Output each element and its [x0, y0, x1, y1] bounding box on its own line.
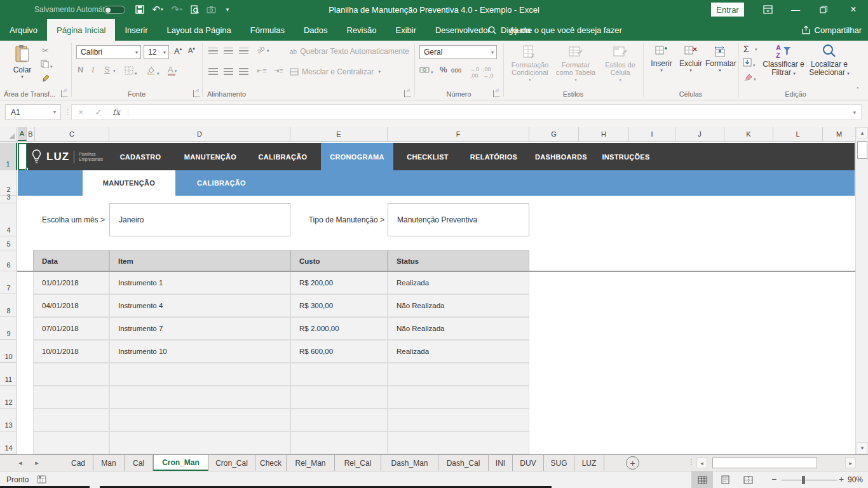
row-header-2[interactable]: 2 — [0, 170, 17, 196]
sheet-tab-man[interactable]: Man — [93, 455, 125, 471]
subtab-calibracao[interactable]: CALIBRAÇÃO — [175, 170, 268, 196]
cell-styles-button[interactable]: Estilos de Célula ▾ — [600, 44, 641, 84]
sheet-tab-dash-man[interactable]: Dash_Man — [381, 455, 438, 471]
format-as-table-button[interactable]: Formatar como Tabela ▾ — [554, 44, 597, 84]
hscroll-left-icon[interactable]: ◂ — [696, 458, 707, 468]
zoom-slider-track[interactable] — [782, 480, 837, 480]
sort-filter-button[interactable]: AZ Classificar e Filtrar ▾ — [763, 43, 804, 78]
column-header-b[interactable]: B — [27, 127, 35, 141]
column-header-f[interactable]: F — [388, 127, 529, 141]
sheet-tab-dash-cal[interactable]: Dash_Cal — [438, 455, 489, 471]
row-header-12[interactable]: 12 — [0, 386, 17, 409]
column-header-d[interactable]: D — [109, 127, 290, 141]
nav-item-manutencao[interactable]: MANUTENÇÃO — [175, 143, 246, 170]
cell-status[interactable]: Realizada — [388, 340, 529, 363]
number-dialog-launcher[interactable] — [493, 90, 500, 97]
decrease-font-icon[interactable]: A▾ — [188, 46, 195, 54]
cell-item[interactable]: Instrumento 1 — [109, 271, 290, 294]
sheet-tab-cal[interactable]: Cal — [125, 455, 153, 471]
cell-data[interactable]: 01/01/2018 — [33, 271, 109, 294]
cell-custo[interactable]: R$ 300,00 — [290, 294, 388, 317]
column-header-h[interactable]: H — [579, 127, 629, 141]
camera-icon[interactable] — [203, 1, 219, 18]
cell-item[interactable]: Instrumento 7 — [109, 317, 290, 340]
align-left-icon[interactable] — [208, 68, 218, 75]
page-layout-view-icon[interactable] — [714, 471, 736, 488]
active-cell-a1[interactable] — [18, 143, 27, 170]
tab-pagina-inicial[interactable]: Página Inicial — [47, 19, 115, 41]
name-box[interactable]: A1 ▾ — [5, 104, 61, 120]
nav-item-calibracao[interactable]: CALIBRAÇÃO — [251, 143, 315, 170]
cell-data[interactable]: 07/01/2018 — [33, 317, 109, 340]
tab-exibir[interactable]: Exibir — [386, 19, 426, 41]
currency-icon[interactable]: ▾ — [419, 66, 433, 76]
nav-item-relatorios[interactable]: RELATÓRIOS — [462, 143, 526, 170]
percent-icon[interactable]: % — [440, 65, 447, 74]
clipboard-dialog-launcher[interactable] — [61, 90, 68, 97]
cell-status[interactable]: Não Realizada — [388, 294, 529, 317]
share-button[interactable]: Compartilhar — [801, 19, 862, 41]
paste-button[interactable]: Colar ▾ — [8, 44, 37, 86]
font-size-combo[interactable]: 12▾ — [144, 45, 169, 59]
increase-decimal-icon[interactable]: ←0,00 — [470, 66, 479, 79]
row-header-5[interactable]: 5 — [0, 236, 17, 250]
column-header-m[interactable]: M — [823, 127, 855, 141]
alignment-dialog-launcher[interactable] — [404, 90, 411, 97]
tab-arquivo[interactable]: Arquivo — [0, 19, 47, 41]
tab-inserir[interactable]: Inserir — [115, 19, 157, 41]
align-bottom-icon[interactable] — [239, 48, 248, 55]
row-header-3[interactable]: 3 — [0, 196, 17, 203]
zoom-slider-thumb[interactable] — [802, 476, 805, 484]
tab-splitter-handle[interactable]: ⋮ — [688, 458, 696, 466]
sheet-nav-right-icon[interactable]: ▸ — [29, 455, 44, 471]
row-header-6[interactable]: 6 — [0, 250, 17, 271]
cancel-icon[interactable]: × — [72, 107, 90, 117]
decrease-decimal-icon[interactable]: ,00→,0 — [483, 66, 494, 79]
type-filter-value[interactable]: Manutenção Preventiva — [388, 203, 529, 236]
bold-button[interactable]: N — [78, 65, 83, 74]
select-all-corner[interactable] — [0, 127, 17, 141]
sign-in-button[interactable]: Entrar — [711, 3, 744, 17]
merge-center-button[interactable]: Mesclar e Centralizar▾ — [290, 67, 381, 76]
thousands-icon[interactable]: 000 — [451, 67, 462, 74]
row-header-8[interactable]: 8 — [0, 294, 17, 317]
scroll-up-icon[interactable]: ▲ — [857, 127, 868, 139]
column-header-e[interactable]: E — [290, 127, 388, 141]
column-header-c[interactable]: C — [35, 127, 109, 141]
cell-item[interactable]: Instrumento 4 — [109, 294, 290, 317]
sheet-tab-sug[interactable]: SUG — [544, 455, 574, 471]
vertical-scroll-thumb[interactable] — [857, 141, 867, 159]
minimize-icon[interactable]: — — [782, 0, 810, 19]
sheet-tab-cron-man[interactable]: Cron_Man — [153, 455, 208, 471]
fill-color-icon[interactable]: ▾ — [146, 66, 159, 77]
undo-icon[interactable]: ↶▾ — [148, 1, 167, 18]
clear-eraser-icon[interactable]: ▾ — [743, 72, 756, 83]
tab-formulas[interactable]: Fórmulas — [241, 19, 294, 41]
nav-item-dashboards[interactable]: DASHBOARDS — [529, 143, 593, 170]
number-format-combo[interactable]: Geral▾ — [419, 45, 497, 59]
qat-customize-icon[interactable]: ▾ — [219, 1, 236, 18]
redo-icon[interactable]: ↷▾ — [167, 1, 186, 18]
nav-item-checklist[interactable]: CHECKLIST — [398, 143, 457, 170]
increase-font-icon[interactable]: A▴ — [174, 46, 182, 56]
zoom-level[interactable]: 90% — [848, 475, 863, 484]
enter-check-icon[interactable]: ✓ — [90, 107, 107, 117]
nav-item-cadastro[interactable]: CADASTRO — [110, 143, 171, 170]
column-header-l[interactable]: L — [773, 127, 823, 141]
row-header-9[interactable]: 9 — [0, 317, 17, 340]
month-filter-value[interactable]: Janeiro — [109, 203, 290, 236]
zoom-in-icon[interactable]: + — [839, 474, 844, 484]
cell-custo[interactable]: R$ 200,00 — [290, 271, 388, 294]
row-header-10[interactable]: 10 — [0, 340, 17, 363]
macro-record-icon[interactable] — [37, 475, 47, 486]
decrease-indent-icon[interactable]: ⇤≡ — [257, 67, 267, 75]
column-header-k[interactable]: K — [724, 127, 773, 141]
sheet-tab-rel-man[interactable]: Rel_Man — [287, 455, 335, 471]
row-header-7[interactable]: 7 — [0, 271, 17, 294]
save-icon[interactable] — [132, 1, 148, 18]
new-sheet-icon[interactable]: + — [626, 456, 639, 470]
hscroll-right-icon[interactable]: ▸ — [845, 458, 856, 468]
align-right-icon[interactable] — [239, 68, 248, 75]
nav-item-instrucoes[interactable]: INSTRUÇÕES — [594, 143, 658, 170]
sheet-tab-cad[interactable]: Cad — [64, 455, 93, 471]
